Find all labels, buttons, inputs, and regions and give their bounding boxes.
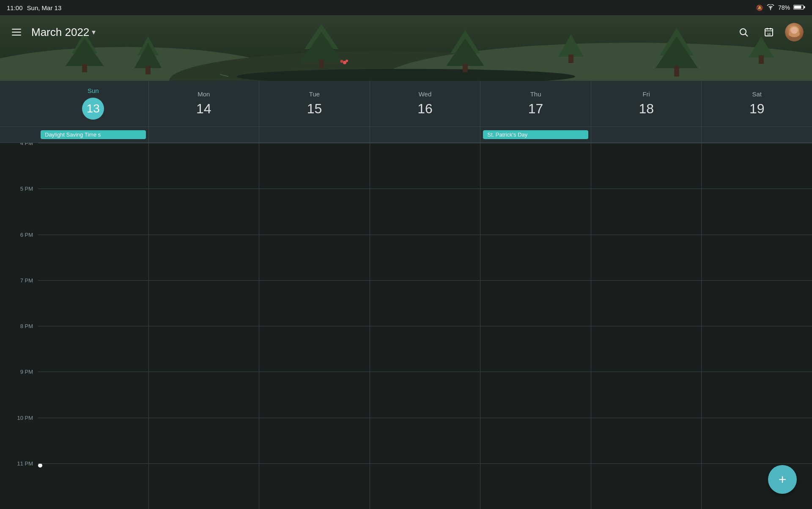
day-name-fri: Fri (642, 90, 650, 98)
st-patricks-day-event[interactable]: St. Patrick's Day (483, 130, 588, 139)
time-label-9pm: 9 PM (20, 369, 33, 375)
mute-icon: 🔕 (756, 5, 763, 11)
allday-col-mon (149, 127, 260, 142)
day-col-tue: Tue 15 (259, 80, 370, 126)
menu-button[interactable] (8, 25, 25, 39)
grid-col-wed (370, 143, 481, 509)
day-headers: Sun 13 Mon 14 Tue 15 Wed 16 Thu 17 Fri 1… (38, 80, 812, 127)
day-num-13[interactable]: 13 (82, 98, 104, 120)
time-label-7pm: 7 PM (20, 277, 33, 283)
allday-col-thu: St. Patrick's Day (480, 127, 591, 142)
day-num-17[interactable]: 17 (528, 101, 543, 117)
landscape-background: March 2022 ▾ 13 (0, 15, 812, 81)
day-name-sun: Sun (88, 87, 99, 94)
search-button[interactable] (734, 23, 753, 41)
allday-col-sat (702, 127, 812, 142)
svg-rect-19 (463, 64, 468, 72)
day-name-wed: Wed (419, 90, 432, 98)
svg-rect-16 (145, 66, 151, 74)
current-time-dot (38, 463, 42, 468)
svg-point-31 (740, 29, 746, 35)
grid-col-fri (591, 143, 702, 509)
allday-col-tue (259, 127, 370, 142)
time-label-6pm: 6 PM (20, 231, 33, 238)
day-col-sat: Sat 19 (702, 80, 812, 126)
day-name-mon: Mon (198, 90, 210, 98)
status-date: Sun, Mar 13 (27, 4, 62, 11)
day-col-fri: Fri 18 (591, 80, 702, 126)
grid-col-thu (480, 143, 591, 509)
day-col-thu: Thu 17 (480, 80, 591, 126)
svg-text:13: 13 (767, 33, 771, 36)
svg-rect-2 (794, 5, 801, 8)
left-gutter-header (0, 80, 38, 127)
calendar-grid (38, 143, 812, 509)
day-num-14[interactable]: 14 (196, 101, 211, 117)
day-col-wed: Wed 16 (370, 80, 481, 126)
battery-icon (793, 4, 805, 11)
grid-col-tue (259, 143, 370, 509)
svg-rect-26 (759, 55, 764, 64)
time-label-11pm: 11 PM (17, 460, 33, 466)
day-name-sat: Sat (752, 90, 762, 98)
svg-rect-21 (568, 55, 573, 63)
allday-col-fri (591, 127, 702, 142)
svg-rect-13 (82, 64, 87, 72)
svg-point-29 (340, 60, 343, 63)
current-time-line (38, 463, 148, 464)
add-icon: + (779, 473, 787, 486)
wifi-icon (766, 4, 775, 11)
time-label-8pm: 8 PM (20, 323, 33, 329)
grid-col-sat (702, 143, 812, 509)
day-col-sun: Sun 13 (38, 80, 149, 126)
day-num-19[interactable]: 19 (749, 101, 765, 117)
dropdown-arrow-icon: ▾ (92, 27, 96, 37)
day-name-thu: Thu (530, 90, 541, 98)
allday-row: Daylight Saving Time s St. Patrick's Day (38, 127, 812, 143)
left-gutter-allday (0, 127, 38, 143)
svg-rect-1 (804, 6, 805, 8)
month-title[interactable]: March 2022 ▾ (31, 26, 96, 39)
toolbar: March 2022 ▾ 13 (0, 15, 812, 49)
svg-line-32 (746, 34, 748, 37)
status-bar: 11:00 Sun, Mar 13 🔕 78% (0, 0, 812, 15)
time-column: 4 PM5 PM6 PM7 PM8 PM9 PM10 PM11 PM (0, 143, 38, 509)
day-name-tue: Tue (309, 90, 320, 98)
grid-col-mon (149, 143, 260, 509)
allday-col-sun: Daylight Saving Time s (38, 127, 149, 142)
svg-rect-24 (674, 66, 679, 77)
svg-point-28 (346, 60, 348, 62)
battery-percentage: 78% (778, 4, 790, 11)
grid-col-sun (38, 143, 149, 509)
time-label-10pm: 10 PM (17, 414, 33, 421)
svg-rect-10 (319, 60, 324, 68)
status-time: 11:00 (7, 4, 23, 11)
time-label-5pm: 5 PM (20, 186, 33, 192)
day-num-16[interactable]: 16 (417, 101, 433, 117)
day-num-18[interactable]: 18 (639, 101, 654, 117)
add-event-fab[interactable]: + (768, 465, 797, 494)
daylight-saving-event[interactable]: Daylight Saving Time s (41, 130, 146, 139)
day-num-15[interactable]: 15 (307, 101, 322, 117)
allday-col-wed (370, 127, 481, 142)
day-col-mon: Mon 14 (149, 80, 260, 126)
user-avatar[interactable] (785, 23, 804, 41)
calendar-today-button[interactable]: 13 (760, 23, 778, 41)
